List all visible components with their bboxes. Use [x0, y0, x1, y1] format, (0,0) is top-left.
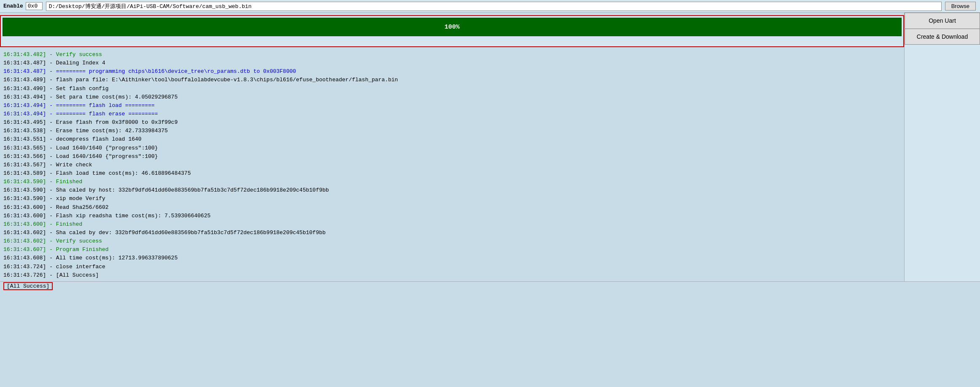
- log-line: 16:31:43.607] - Program Finished: [3, 246, 901, 254]
- log-line: 16:31:43.538] - Erase time cost(ms): 42.…: [3, 127, 901, 135]
- log-line: 16:31:43.602] - Verify success: [3, 237, 901, 246]
- log-line: 16:31:43.487] - Dealing Index 4: [3, 59, 901, 67]
- right-panel: Open Uart Create & Download: [904, 13, 980, 281]
- progress-bar: 100%: [3, 18, 902, 36]
- log-line: 16:31:43.724] - close interface: [3, 263, 901, 271]
- bottom-bar: [All Success]: [0, 281, 980, 291]
- log-line: 16:31:43.487] - ========= programming ch…: [3, 67, 901, 76]
- log-line: 16:31:43.551] - decompress flash load 16…: [3, 135, 901, 144]
- log-area: 16:31:43.482] - Verify success16:31:43.4…: [0, 49, 904, 281]
- log-line: 16:31:43.489] - flash para file: E:\Aith…: [3, 76, 901, 84]
- file-path-display: D:/Desktop/博安通/开源项目/AiPi-USB-CAM/Softwar…: [46, 2, 942, 11]
- left-panel: 100% 16:31:43.482] - Verify success16:31…: [0, 13, 904, 281]
- log-line: 16:31:43.590] - Finished: [3, 178, 901, 186]
- log-line: 16:31:43.608] - All time cost(ms): 12713…: [3, 254, 901, 262]
- log-line: 16:31:43.589] - Flash load time cost(ms)…: [3, 169, 901, 178]
- log-line: 16:31:43.566] - Load 1640/1640 {"progres…: [3, 152, 901, 161]
- log-line: 16:31:43.482] - Verify success: [3, 51, 901, 59]
- main-area: 100% 16:31:43.482] - Verify success16:31…: [0, 13, 980, 281]
- log-line: 16:31:43.567] - Write check: [3, 161, 901, 169]
- open-uart-button[interactable]: Open Uart: [905, 13, 980, 29]
- log-line: 16:31:43.494] - ========= flash load ===…: [3, 101, 901, 110]
- log-line: 16:31:43.602] - Sha caled by dev: 332bf9…: [3, 229, 901, 237]
- log-line: 16:31:43.490] - Set flash config: [3, 85, 901, 93]
- log-line: 16:31:43.495] - Erase flash from 0x3f800…: [3, 118, 901, 127]
- top-bar: Enable 0x0 D:/Desktop/博安通/开源项目/AiPi-USB-…: [0, 0, 980, 13]
- log-line: 16:31:43.726] - [All Success]: [3, 271, 901, 280]
- progress-section: 100%: [0, 15, 904, 47]
- log-line: 16:31:43.565] - Load 1640/1640 {"progres…: [3, 144, 901, 152]
- log-line: 16:31:43.494] - ========= flash erase ==…: [3, 110, 901, 118]
- progress-label: 100%: [444, 24, 459, 31]
- log-line: 16:31:43.590] - xip mode Verify: [3, 195, 901, 203]
- browse-button[interactable]: Browse: [945, 2, 976, 11]
- enable-value: 0x0: [26, 2, 43, 10]
- progress-bottom-space: [3, 36, 902, 45]
- create-download-button[interactable]: Create & Download: [905, 29, 980, 45]
- log-line: 16:31:43.600] - Finished: [3, 220, 901, 229]
- log-line: 16:31:43.600] - Read Sha256/6602: [3, 203, 901, 212]
- log-line: 16:31:43.600] - Flash xip readsha time c…: [3, 212, 901, 220]
- enable-label: Enable: [3, 3, 23, 9]
- log-line: 16:31:43.494] - Set para time cost(ms): …: [3, 93, 901, 101]
- all-success-badge: [All Success]: [3, 282, 53, 290]
- log-line: 16:31:43.590] - Sha caled by host: 332bf…: [3, 186, 901, 195]
